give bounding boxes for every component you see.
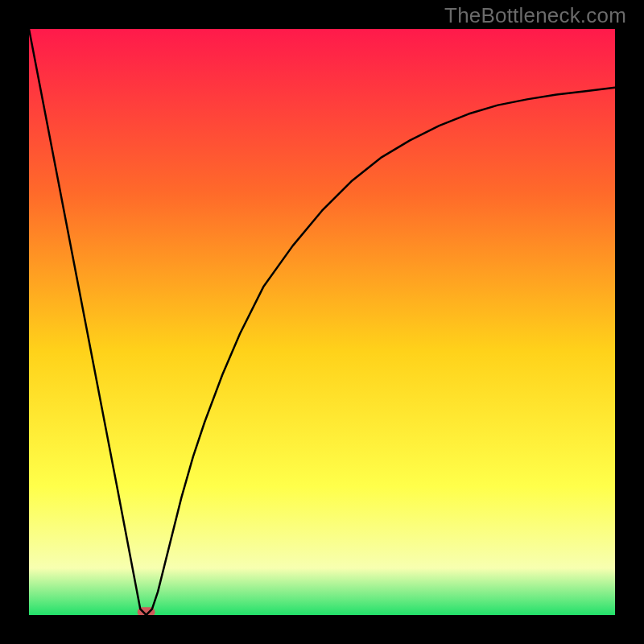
chart-svg bbox=[29, 29, 615, 615]
watermark-text: TheBottleneck.com bbox=[444, 3, 626, 28]
chart-container: TheBottleneck.com bbox=[0, 0, 644, 644]
plot-area bbox=[29, 29, 615, 615]
gradient-background bbox=[29, 29, 615, 615]
